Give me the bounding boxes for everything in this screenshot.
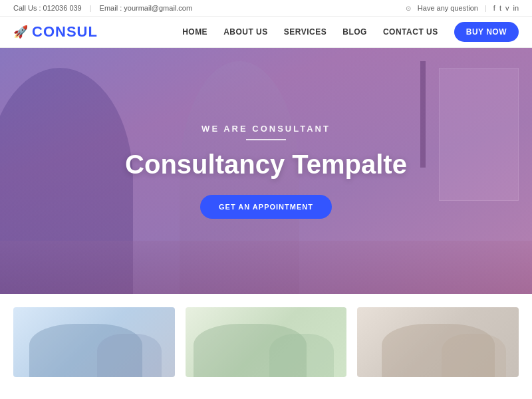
logo-area: 🚀 CONSUL [13,23,98,41]
hero-title: Consultancy Tempalte [125,150,407,179]
twitter-icon[interactable]: t [499,4,501,12]
question-label: Have any question [418,4,478,12]
linkedin-icon[interactable]: in [513,4,519,12]
nav-services[interactable]: SERVICES [284,27,327,37]
phone-info: Call Us : 012036 039 [13,4,82,12]
top-bar: Call Us : 012036 039 | Email : yourmail@… [0,0,532,17]
main-nav: HOME ABOUT US SERVICES BLOG CONTACT US B… [182,22,519,42]
hero-content: WE ARE CONSULTANT Consultancy Tempalte G… [125,124,407,219]
nav-about[interactable]: ABOUT US [223,27,268,37]
vimeo-icon[interactable]: v [505,4,509,12]
facebook-icon[interactable]: f [493,4,495,12]
bottom-cards [0,294,532,384]
top-bar-right: ⊙ Have any question | f t v in [406,4,519,12]
hero-subtitle: WE ARE CONSULTANT [125,124,407,134]
card-figure-1b [97,334,162,377]
main-header: 🚀 CONSUL HOME ABOUT US SERVICES BLOG CON… [0,17,532,48]
logo-icon: 🚀 [13,25,28,39]
card-figure-2b [269,334,334,377]
email-info: Email : yourmail@gmail.com [100,4,193,12]
card-inner-3 [357,307,519,377]
hero-divider [246,139,286,140]
nav-blog[interactable]: BLOG [342,27,367,37]
top-bar-left: Call Us : 012036 039 | Email : yourmail@… [13,4,192,12]
card-inner-2 [186,307,347,377]
card-image-3 [357,307,519,377]
buy-now-button[interactable]: BUY NOW [454,22,519,42]
card-image-2 [186,307,347,377]
separator-1: | [90,4,92,12]
hero-section: WE ARE CONSULTANT Consultancy Tempalte G… [0,48,532,294]
appointment-button[interactable]: GET AN APPOINTMENT [200,195,332,219]
card-image-1 [13,307,175,377]
card-inner-1 [13,307,175,377]
question-icon: ⊙ [406,5,411,12]
social-links: f t v in [493,4,519,12]
nav-contact[interactable]: CONTACT US [383,27,438,37]
logo-text[interactable]: CONSUL [32,23,98,41]
card-figure-3b [442,334,506,377]
separator-2: | [485,4,487,12]
nav-home[interactable]: HOME [182,27,207,37]
